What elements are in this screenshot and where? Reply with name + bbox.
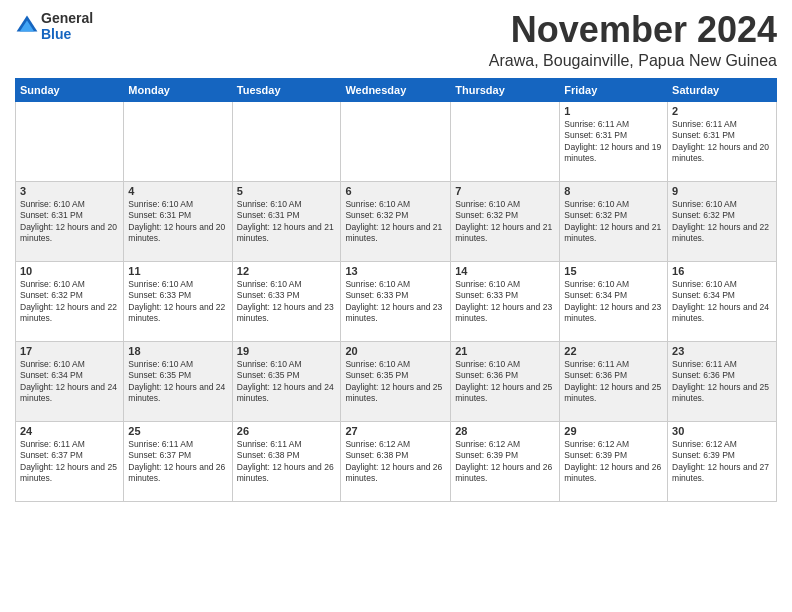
day-number: 18 <box>128 345 227 357</box>
day-info: Sunrise: 6:10 AM Sunset: 6:35 PM Dayligh… <box>128 359 227 405</box>
day-info: Sunrise: 6:10 AM Sunset: 6:33 PM Dayligh… <box>128 279 227 325</box>
day-info: Sunrise: 6:10 AM Sunset: 6:33 PM Dayligh… <box>237 279 337 325</box>
day-cell: 14Sunrise: 6:10 AM Sunset: 6:33 PM Dayli… <box>451 261 560 341</box>
day-number: 7 <box>455 185 555 197</box>
week-row-5: 24Sunrise: 6:11 AM Sunset: 6:37 PM Dayli… <box>16 421 777 501</box>
logo: General Blue <box>15 10 93 42</box>
day-cell: 23Sunrise: 6:11 AM Sunset: 6:36 PM Dayli… <box>668 341 777 421</box>
day-info: Sunrise: 6:10 AM Sunset: 6:33 PM Dayligh… <box>345 279 446 325</box>
day-info: Sunrise: 6:11 AM Sunset: 6:31 PM Dayligh… <box>672 119 772 165</box>
month-title: November 2024 <box>489 10 777 50</box>
day-number: 11 <box>128 265 227 277</box>
day-cell: 1Sunrise: 6:11 AM Sunset: 6:31 PM Daylig… <box>560 101 668 181</box>
day-number: 6 <box>345 185 446 197</box>
day-number: 25 <box>128 425 227 437</box>
day-info: Sunrise: 6:10 AM Sunset: 6:35 PM Dayligh… <box>237 359 337 405</box>
day-of-week-friday: Friday <box>560 78 668 101</box>
day-cell <box>451 101 560 181</box>
day-of-week-tuesday: Tuesday <box>232 78 341 101</box>
day-cell: 11Sunrise: 6:10 AM Sunset: 6:33 PM Dayli… <box>124 261 232 341</box>
day-cell: 5Sunrise: 6:10 AM Sunset: 6:31 PM Daylig… <box>232 181 341 261</box>
day-info: Sunrise: 6:10 AM Sunset: 6:31 PM Dayligh… <box>20 199 119 245</box>
day-of-week-thursday: Thursday <box>451 78 560 101</box>
day-cell: 10Sunrise: 6:10 AM Sunset: 6:32 PM Dayli… <box>16 261 124 341</box>
day-cell <box>232 101 341 181</box>
day-number: 12 <box>237 265 337 277</box>
day-cell: 27Sunrise: 6:12 AM Sunset: 6:38 PM Dayli… <box>341 421 451 501</box>
day-cell: 17Sunrise: 6:10 AM Sunset: 6:34 PM Dayli… <box>16 341 124 421</box>
day-cell: 4Sunrise: 6:10 AM Sunset: 6:31 PM Daylig… <box>124 181 232 261</box>
day-info: Sunrise: 6:11 AM Sunset: 6:37 PM Dayligh… <box>128 439 227 485</box>
day-info: Sunrise: 6:10 AM Sunset: 6:33 PM Dayligh… <box>455 279 555 325</box>
day-cell: 13Sunrise: 6:10 AM Sunset: 6:33 PM Dayli… <box>341 261 451 341</box>
day-cell <box>341 101 451 181</box>
day-cell: 18Sunrise: 6:10 AM Sunset: 6:35 PM Dayli… <box>124 341 232 421</box>
day-cell: 20Sunrise: 6:10 AM Sunset: 6:35 PM Dayli… <box>341 341 451 421</box>
day-number: 29 <box>564 425 663 437</box>
location: Arawa, Bougainville, Papua New Guinea <box>489 52 777 70</box>
day-cell: 6Sunrise: 6:10 AM Sunset: 6:32 PM Daylig… <box>341 181 451 261</box>
day-number: 13 <box>345 265 446 277</box>
day-number: 26 <box>237 425 337 437</box>
logo-icon <box>15 14 39 38</box>
day-of-week-wednesday: Wednesday <box>341 78 451 101</box>
day-number: 21 <box>455 345 555 357</box>
day-info: Sunrise: 6:10 AM Sunset: 6:34 PM Dayligh… <box>20 359 119 405</box>
day-info: Sunrise: 6:11 AM Sunset: 6:36 PM Dayligh… <box>672 359 772 405</box>
day-cell: 3Sunrise: 6:10 AM Sunset: 6:31 PM Daylig… <box>16 181 124 261</box>
day-cell: 7Sunrise: 6:10 AM Sunset: 6:32 PM Daylig… <box>451 181 560 261</box>
day-number: 30 <box>672 425 772 437</box>
day-info: Sunrise: 6:12 AM Sunset: 6:38 PM Dayligh… <box>345 439 446 485</box>
day-number: 15 <box>564 265 663 277</box>
page: General Blue November 2024 Arawa, Bougai… <box>0 0 792 612</box>
day-cell: 25Sunrise: 6:11 AM Sunset: 6:37 PM Dayli… <box>124 421 232 501</box>
day-number: 9 <box>672 185 772 197</box>
day-cell: 8Sunrise: 6:10 AM Sunset: 6:32 PM Daylig… <box>560 181 668 261</box>
day-info: Sunrise: 6:10 AM Sunset: 6:36 PM Dayligh… <box>455 359 555 405</box>
calendar-header: SundayMondayTuesdayWednesdayThursdayFrid… <box>16 78 777 101</box>
day-cell: 9Sunrise: 6:10 AM Sunset: 6:32 PM Daylig… <box>668 181 777 261</box>
day-cell: 15Sunrise: 6:10 AM Sunset: 6:34 PM Dayli… <box>560 261 668 341</box>
day-info: Sunrise: 6:12 AM Sunset: 6:39 PM Dayligh… <box>672 439 772 485</box>
header: General Blue November 2024 Arawa, Bougai… <box>15 10 777 70</box>
week-row-1: 1Sunrise: 6:11 AM Sunset: 6:31 PM Daylig… <box>16 101 777 181</box>
day-number: 27 <box>345 425 446 437</box>
calendar: SundayMondayTuesdayWednesdayThursdayFrid… <box>15 78 777 502</box>
day-info: Sunrise: 6:10 AM Sunset: 6:32 PM Dayligh… <box>20 279 119 325</box>
day-number: 22 <box>564 345 663 357</box>
day-number: 1 <box>564 105 663 117</box>
header-row: SundayMondayTuesdayWednesdayThursdayFrid… <box>16 78 777 101</box>
day-info: Sunrise: 6:12 AM Sunset: 6:39 PM Dayligh… <box>455 439 555 485</box>
day-number: 16 <box>672 265 772 277</box>
day-number: 4 <box>128 185 227 197</box>
day-number: 8 <box>564 185 663 197</box>
day-number: 20 <box>345 345 446 357</box>
day-info: Sunrise: 6:10 AM Sunset: 6:35 PM Dayligh… <box>345 359 446 405</box>
day-cell: 26Sunrise: 6:11 AM Sunset: 6:38 PM Dayli… <box>232 421 341 501</box>
day-cell: 19Sunrise: 6:10 AM Sunset: 6:35 PM Dayli… <box>232 341 341 421</box>
day-info: Sunrise: 6:11 AM Sunset: 6:36 PM Dayligh… <box>564 359 663 405</box>
day-cell <box>124 101 232 181</box>
day-info: Sunrise: 6:10 AM Sunset: 6:34 PM Dayligh… <box>564 279 663 325</box>
day-number: 17 <box>20 345 119 357</box>
day-of-week-monday: Monday <box>124 78 232 101</box>
day-number: 14 <box>455 265 555 277</box>
day-info: Sunrise: 6:10 AM Sunset: 6:31 PM Dayligh… <box>237 199 337 245</box>
day-cell: 16Sunrise: 6:10 AM Sunset: 6:34 PM Dayli… <box>668 261 777 341</box>
day-info: Sunrise: 6:10 AM Sunset: 6:31 PM Dayligh… <box>128 199 227 245</box>
day-cell: 24Sunrise: 6:11 AM Sunset: 6:37 PM Dayli… <box>16 421 124 501</box>
logo-text: General Blue <box>41 10 93 42</box>
day-info: Sunrise: 6:11 AM Sunset: 6:38 PM Dayligh… <box>237 439 337 485</box>
day-number: 5 <box>237 185 337 197</box>
calendar-body: 1Sunrise: 6:11 AM Sunset: 6:31 PM Daylig… <box>16 101 777 501</box>
day-number: 10 <box>20 265 119 277</box>
title-block: November 2024 Arawa, Bougainville, Papua… <box>489 10 777 70</box>
day-info: Sunrise: 6:11 AM Sunset: 6:31 PM Dayligh… <box>564 119 663 165</box>
day-number: 3 <box>20 185 119 197</box>
day-number: 23 <box>672 345 772 357</box>
day-info: Sunrise: 6:10 AM Sunset: 6:32 PM Dayligh… <box>345 199 446 245</box>
day-cell: 22Sunrise: 6:11 AM Sunset: 6:36 PM Dayli… <box>560 341 668 421</box>
day-cell: 28Sunrise: 6:12 AM Sunset: 6:39 PM Dayli… <box>451 421 560 501</box>
day-number: 2 <box>672 105 772 117</box>
day-info: Sunrise: 6:11 AM Sunset: 6:37 PM Dayligh… <box>20 439 119 485</box>
